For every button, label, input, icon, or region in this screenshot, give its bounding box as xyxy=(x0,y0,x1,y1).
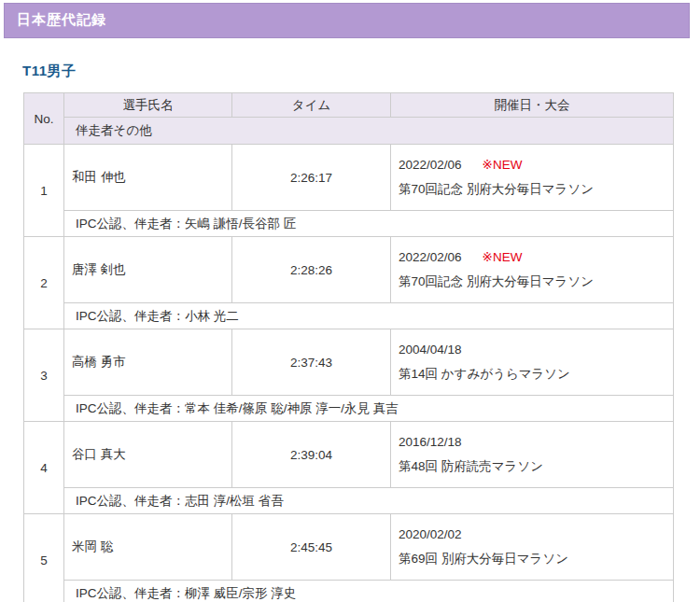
event-cell: 2016/12/18 第48回 防府読売マラソン xyxy=(391,422,674,488)
records-table: No. 選手氏名 タイム 開催日・大会 伴走者その他 1 和田 伸也 2:26:… xyxy=(23,92,674,602)
event-cell: 2020/02/02 第69回 別府大分毎日マラソン xyxy=(391,514,674,581)
record-no: 2 xyxy=(24,237,64,329)
record-time: 2:39:04 xyxy=(232,422,391,488)
record-time: 2:45:45 xyxy=(232,514,391,581)
record-time: 2:28:26 xyxy=(232,237,391,303)
guide-info: IPC公認、伴走者：矢嶋 謙悟/長谷部 匠 xyxy=(64,211,674,237)
record-row: 1 和田 伸也 2:26:17 2022/02/06※NEW 第70回記念 別府… xyxy=(24,145,674,211)
guide-row: IPC公認、伴走者：小林 光二 xyxy=(24,303,674,329)
event-date-line: 2022/02/06※NEW xyxy=(399,245,665,270)
record-time: 2:37:43 xyxy=(232,329,391,396)
athlete-name: 和田 伸也 xyxy=(64,145,232,211)
event-date: 2004/04/18 xyxy=(399,343,462,357)
guide-row: IPC公認、伴走者：常本 佳希/篠原 聡/神原 淳一/永見 真吉 xyxy=(24,396,674,422)
header-no: No. xyxy=(24,93,64,145)
header-row-main: No. 選手氏名 タイム 開催日・大会 xyxy=(24,93,674,118)
event-date: 2022/02/06 xyxy=(399,158,462,172)
event-cell: 2022/02/06※NEW 第70回記念 別府大分毎日マラソン xyxy=(391,145,674,211)
event-date-line: 2004/04/18 xyxy=(399,338,665,362)
event-date-line: 2020/02/02 xyxy=(399,523,665,547)
page-banner-title: 日本歴代記録 xyxy=(17,11,106,27)
event-date-line: 2022/02/06※NEW xyxy=(399,153,665,177)
guide-row: IPC公認、伴走者：矢嶋 謙悟/長谷部 匠 xyxy=(24,211,674,237)
record-no: 3 xyxy=(24,329,64,422)
event-cell: 2022/02/06※NEW 第70回記念 別府大分毎日マラソン xyxy=(391,237,674,303)
record-row: 3 高橋 勇市 2:37:43 2004/04/18 第14回 かすみがうらマラ… xyxy=(24,329,674,396)
guide-info: IPC公認、伴走者：小林 光二 xyxy=(64,303,674,329)
athlete-name: 谷口 真大 xyxy=(64,422,232,488)
event-date: 2022/02/06 xyxy=(399,250,462,264)
guide-info: IPC公認、伴走者：志田 淳/松垣 省吾 xyxy=(64,488,674,514)
athlete-name: 高橋 勇市 xyxy=(64,329,232,396)
event-name: 第70回記念 別府大分毎日マラソン xyxy=(399,177,665,202)
section-title: T11男子 xyxy=(22,63,700,80)
event-date: 2020/02/02 xyxy=(399,527,462,541)
athlete-name: 唐澤 剣也 xyxy=(64,237,232,303)
header-event: 開催日・大会 xyxy=(391,93,674,118)
event-name: 第14回 かすみがうらマラソン xyxy=(399,362,665,386)
record-no: 4 xyxy=(24,422,64,514)
guide-info: IPC公認、伴走者：柳澤 威臣/宗形 淳史 xyxy=(64,581,674,602)
record-time: 2:26:17 xyxy=(232,145,391,211)
page-banner: 日本歴代記録 xyxy=(4,3,690,38)
guide-info: IPC公認、伴走者：常本 佳希/篠原 聡/神原 淳一/永見 真吉 xyxy=(64,396,674,422)
event-name: 第48回 防府読売マラソン xyxy=(399,455,665,479)
record-no: 5 xyxy=(24,514,64,602)
record-row: 2 唐澤 剣也 2:28:26 2022/02/06※NEW 第70回記念 別府… xyxy=(24,237,674,303)
table-body: 1 和田 伸也 2:26:17 2022/02/06※NEW 第70回記念 別府… xyxy=(24,145,674,602)
table-header: No. 選手氏名 タイム 開催日・大会 伴走者その他 xyxy=(24,93,674,145)
header-time: タイム xyxy=(232,93,391,118)
event-name: 第70回記念 別府大分毎日マラソン xyxy=(399,270,665,294)
record-row: 5 米岡 聡 2:45:45 2020/02/02 第69回 別府大分毎日マラソ… xyxy=(24,514,674,581)
guide-row: IPC公認、伴走者：志田 淳/松垣 省吾 xyxy=(24,488,674,514)
new-badge: ※NEW xyxy=(483,250,523,264)
athlete-name: 米岡 聡 xyxy=(64,514,232,581)
record-row: 4 谷口 真大 2:39:04 2016/12/18 第48回 防府読売マラソン xyxy=(24,422,674,488)
header-guide: 伴走者その他 xyxy=(64,118,674,145)
guide-row: IPC公認、伴走者：柳澤 威臣/宗形 淳史 xyxy=(24,581,674,602)
event-date: 2016/12/18 xyxy=(399,435,462,449)
new-badge: ※NEW xyxy=(483,158,523,172)
header-row-guide: 伴走者その他 xyxy=(24,118,674,145)
header-name: 選手氏名 xyxy=(64,93,232,118)
event-date-line: 2016/12/18 xyxy=(399,430,665,455)
event-cell: 2004/04/18 第14回 かすみがうらマラソン xyxy=(391,329,674,396)
event-name: 第69回 別府大分毎日マラソン xyxy=(399,547,665,571)
record-no: 1 xyxy=(24,145,64,237)
